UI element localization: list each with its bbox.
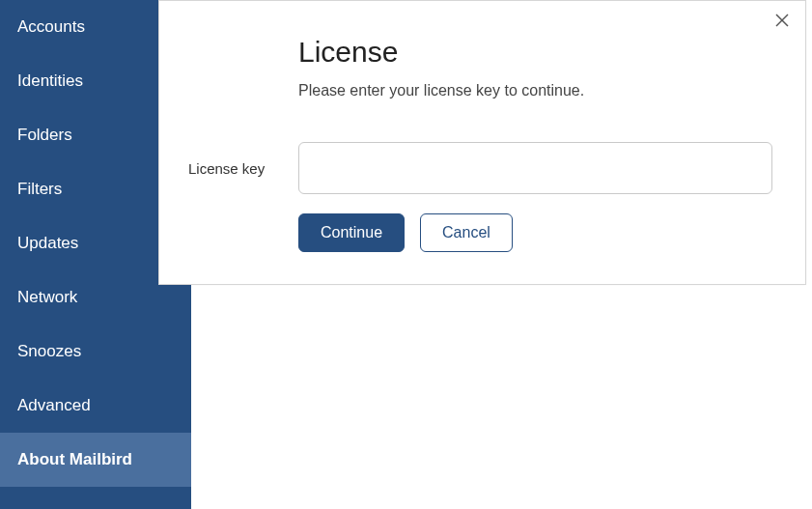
license-key-input[interactable] [298,142,772,194]
license-dialog: License Please enter your license key to… [158,0,806,285]
sidebar-item-advanced[interactable]: Advanced [0,379,191,433]
dialog-body: License Please enter your license key to… [159,1,805,281]
license-key-label: License key [188,160,298,177]
dialog-buttons: Continue Cancel [298,213,776,252]
dialog-subtitle: Please enter your license key to continu… [298,82,776,99]
continue-button[interactable]: Continue [298,213,405,252]
license-key-row: License key [188,142,776,194]
close-button[interactable] [770,11,794,34]
sidebar-item-snoozes[interactable]: Snoozes [0,325,191,379]
dialog-title: License [298,36,776,69]
close-icon [775,14,789,31]
cancel-button[interactable]: Cancel [420,213,513,252]
sidebar-item-about-mailbird[interactable]: About Mailbird [0,433,191,487]
